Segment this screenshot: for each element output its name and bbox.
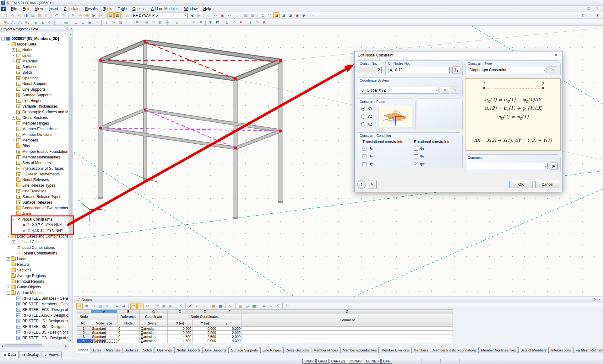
new-window-icon[interactable]: ◳ — [98, 12, 104, 18]
block-k-icon[interactable]: K — [261, 19, 268, 25]
tree-item-model-data[interactable]: -Model Data — [0, 41, 68, 47]
load-transfer-icon[interactable]: ↑ — [588, 12, 594, 18]
edit-numbering-icon[interactable]: # — [191, 19, 197, 25]
column-letter-F[interactable]: F — [217, 309, 242, 313]
save-model-icon[interactable]: ◨ — [23, 12, 29, 18]
tree-item-member-nonlinearities[interactable]: ▌Member Nonlinearities — [0, 154, 68, 160]
tree-item-surfaces[interactable]: ◧Surfaces — [0, 64, 68, 70]
new-load-icon[interactable]: ↓ — [103, 19, 110, 25]
open-project-icon[interactable]: ◰ — [9, 12, 15, 18]
move-left-icon[interactable]: ⇐ — [114, 303, 120, 309]
tree-item-line-supports[interactable]: ▬Line Supports — [0, 87, 68, 92]
cell-E2[interactable]: 0.000 — [193, 331, 217, 335]
tree-item-connection-of-two-members[interactable]: Connection of Two Members — [0, 205, 68, 211]
row-header-1[interactable]: 1 — [77, 327, 91, 331]
checkbox-unchecked[interactable] — [362, 162, 367, 166]
cell-A1[interactable]: Standard — [91, 327, 117, 331]
cell-G2[interactable] — [242, 331, 453, 335]
tree-item-surface-release-types[interactable]: ◨Surface Release Types — [0, 194, 68, 200]
tree-item-nodal-supports[interactable]: ⊥Nodal Supports — [0, 81, 68, 87]
status-toggle-osnap[interactable]: OSNAP — [348, 359, 364, 364]
diagram-view-icon[interactable]: ≈ — [104, 303, 110, 309]
new-opening-icon[interactable]: ▭ — [56, 19, 62, 25]
status-toggle-dxf[interactable]: DXF — [381, 359, 392, 364]
redo-icon[interactable]: ↷ — [60, 12, 67, 18]
tree-item-line-releases[interactable]: ◫Line Releases — [0, 188, 68, 194]
fill-chart-icon[interactable]: ▨ — [97, 303, 103, 309]
delete-row-icon[interactable]: ✗ — [187, 303, 193, 309]
row-header-2[interactable]: 2 — [77, 331, 91, 335]
tree-item-fe-mesh-refinements[interactable]: ▦FE Mesh Refinements — [0, 171, 68, 177]
edit-rotate-view-icon[interactable]: ✎ — [70, 12, 76, 18]
expand-icon[interactable]: + — [12, 240, 15, 244]
table-tab-member-nonlinearities[interactable]: Member Nonlinearities — [479, 347, 518, 353]
cell-D4[interactable]: 4.500 — [168, 339, 193, 343]
table-tab-cross-sections[interactable]: Cross-Sections — [283, 347, 311, 353]
view-list-icon[interactable]: ▤ — [211, 303, 217, 309]
tree-item-line-hinges[interactable]: ○Line Hinges — [0, 98, 68, 104]
menu-insert[interactable]: Insert — [46, 6, 61, 12]
tree-item-nodal-releases[interactable]: Nodal Releases — [0, 177, 68, 183]
navigator-tab-display[interactable]: ◨Display — [19, 351, 41, 358]
result-table-1-icon[interactable]: ▦ — [243, 12, 249, 18]
visibility-modes-icon[interactable]: ◩ — [214, 19, 220, 25]
collapse-icon[interactable]: - — [7, 43, 10, 46]
tree-item-openings[interactable]: ▣Openings — [0, 75, 68, 81]
radio-xy[interactable] — [361, 107, 365, 111]
tree-item-2-4-10-12-yyn-nny[interactable]: ✕2: 4,10-12; YYN NNY — [0, 228, 68, 233]
plane-option-xz[interactable]: XZ — [361, 122, 372, 126]
tree-item-load-combinations[interactable]: ⊡Load Combinations — [0, 245, 68, 250]
tree-item-orthotropic-surfaces-and-membra[interactable]: ◨Orthotropic Surfaces and Membra — [0, 109, 68, 115]
table-filter-icon[interactable]: ▼ — [207, 19, 214, 25]
scroll-up-icon[interactable]: ▲ — [68, 32, 72, 36]
table-tab-members[interactable]: Members — [411, 347, 430, 353]
table-layout-icon[interactable]: ▦ — [114, 12, 121, 18]
cell-B3[interactable]: 0 — [117, 335, 140, 339]
new-hinge-icon[interactable]: ○ — [94, 19, 100, 25]
expand-icon[interactable]: + — [7, 286, 10, 289]
radio-xz[interactable] — [361, 122, 365, 126]
constraint-type-select[interactable]: Diaphragm Constraint▾ — [468, 67, 546, 73]
pick-nodes-button[interactable] — [452, 67, 460, 73]
tree-item-member-divisions[interactable]: ╱Member Divisions — [0, 132, 68, 137]
move-grab-icon[interactable]: ≣ — [259, 12, 266, 18]
measure-icon[interactable]: ∠ — [174, 19, 180, 25]
tree-item-intersections-of-surfaces[interactable]: ◩Intersections of Surfaces — [0, 166, 68, 171]
cell-F1[interactable]: 0.000 — [217, 327, 242, 331]
tree-item-joints[interactable]: Joints — [0, 211, 68, 217]
status-toggle-snap[interactable]: SNAP — [302, 359, 316, 364]
navigator-tab-data[interactable]: ▤Data — [1, 351, 19, 358]
expand-icon[interactable]: + — [12, 54, 15, 57]
table-tab-member-eccentricities[interactable]: Member Eccentricities — [340, 347, 379, 353]
new-nodal-support-icon[interactable]: ⊥ — [73, 19, 79, 25]
table-tab-solids[interactable]: Solids — [141, 347, 155, 353]
snap-grid-points-icon[interactable]: ∷ — [266, 12, 273, 18]
select-all-icon[interactable]: ✕ — [134, 19, 140, 25]
tree-item-member-hinges[interactable]: ◫Member Hinges — [0, 120, 68, 126]
redo-table-icon[interactable]: ↷ — [137, 303, 144, 309]
dialog-title-bar[interactable]: Edit Nodal Constraint ✕ — [355, 51, 562, 59]
tree-item-rf-steel-bs-design-of-steel-men[interactable]: BSRF-STEEL BS - Design of steel men — [0, 329, 68, 335]
new-node-on-line-icon[interactable]: ✱▾ — [23, 19, 29, 25]
menu-table[interactable]: Table — [115, 6, 130, 12]
comment-select[interactable]: ▾ — [468, 163, 548, 169]
filter-x-icon[interactable]: ✗ — [274, 303, 281, 309]
checkbox-checked[interactable]: ✓ — [414, 162, 418, 166]
panel-control-icon[interactable]: ◫ — [581, 12, 587, 18]
collapse-icon[interactable]: - — [7, 291, 10, 295]
generate-model-icon[interactable]: Σ — [224, 19, 230, 25]
cell-G3[interactable] — [242, 335, 453, 339]
menu-view[interactable]: View — [32, 6, 46, 12]
collapse-icon[interactable]: - — [1, 37, 5, 40]
check-φx[interactable]: φX — [414, 146, 425, 151]
tree-item-003801-01-members-2d-[interactable]: -003801* [01_Members_2D] — [0, 36, 68, 41]
zoom-previous-icon[interactable]: ◌ — [205, 12, 212, 18]
menu-add-on-modules[interactable]: Add-on Modules — [148, 6, 181, 12]
scroll-left-icon[interactable]: ◀ — [0, 344, 4, 348]
workplane-xz-icon[interactable]: ◪ — [287, 12, 293, 18]
table-tab-fe-mesh-refinements[interactable]: FE Mesh Refinements — [573, 347, 603, 353]
tree-item-rf-steel-ec3-design-of-steel-me[interactable]: ECRF-STEEL EC3 - Design of steel me — [0, 307, 68, 313]
help-button[interactable]: ? — [357, 180, 366, 189]
tree-item-variable-thicknesses[interactable]: ▨Variable Thicknesses — [0, 104, 68, 109]
cell-G4[interactable] — [242, 339, 453, 343]
